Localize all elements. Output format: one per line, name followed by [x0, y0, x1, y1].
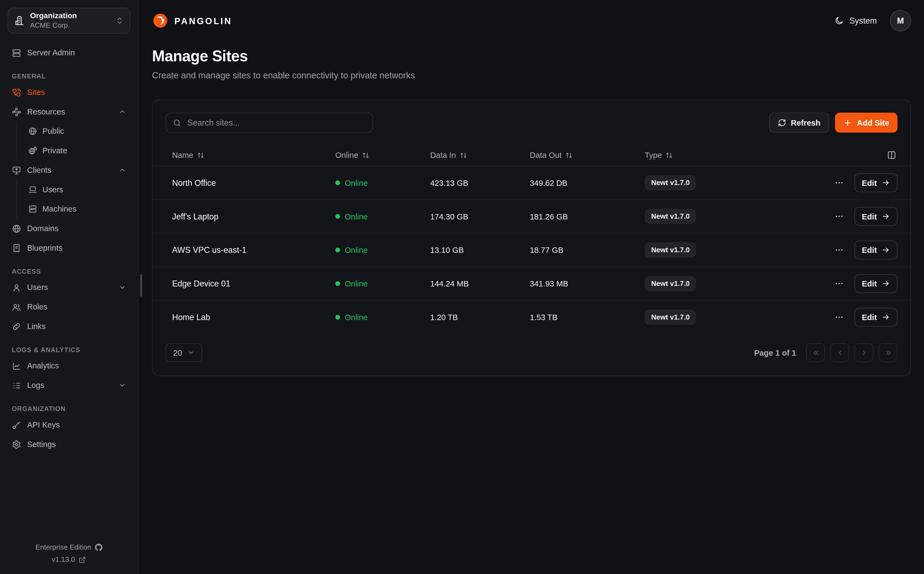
sidebar-item-logs[interactable]: Logs: [8, 376, 130, 395]
sidebar-item-domains[interactable]: Domains: [8, 219, 130, 238]
key-icon: [12, 420, 21, 430]
edit-button[interactable]: Edit: [854, 207, 897, 226]
sidebar-item-resources[interactable]: Resources: [8, 102, 130, 121]
laptop-icon: [28, 185, 37, 194]
search-input[interactable]: [186, 117, 366, 128]
row-menu-button[interactable]: [833, 311, 845, 323]
sidebar-item-users[interactable]: Users: [8, 278, 130, 297]
site-data-in: 144.24 MB: [430, 279, 530, 288]
row-menu-button[interactable]: [833, 278, 845, 289]
column-visibility-button[interactable]: [886, 149, 897, 161]
site-type: Newt v1.7.0: [645, 309, 809, 325]
sidebar-item-api-keys[interactable]: API Keys: [8, 415, 130, 435]
sidebar-item-server-admin[interactable]: Server Admin: [8, 43, 130, 63]
version-label: v1.13.0: [52, 555, 75, 563]
status-label: Online: [344, 279, 368, 288]
sidebar-item-analytics[interactable]: Analytics: [8, 356, 130, 376]
edit-button[interactable]: Edit: [854, 241, 897, 260]
edit-button[interactable]: Edit: [854, 308, 897, 327]
sidebar-item-public[interactable]: Public: [24, 121, 130, 141]
sidebar: Organization ACME Corp. Server Admin GEN…: [0, 0, 138, 574]
external-link-icon[interactable]: [79, 556, 86, 563]
sidebar-item-label: Resources: [27, 107, 65, 117]
row-menu-button[interactable]: [833, 177, 845, 189]
theme-toggle-button[interactable]: System: [834, 16, 877, 25]
online-dot-icon: [335, 248, 340, 252]
site-status: Online: [335, 212, 430, 221]
sidebar-item-client-users[interactable]: Users: [24, 180, 130, 199]
site-name: Jeff's Laptop: [172, 211, 335, 221]
column-header-name[interactable]: Name: [172, 151, 335, 159]
prev-page-button[interactable]: [830, 343, 849, 362]
site-data-out: 341.93 MB: [530, 279, 645, 288]
section-label-general: GENERAL: [12, 73, 126, 79]
pagination-buttons: [806, 343, 897, 362]
link-icon: [12, 322, 21, 331]
site-name: North Office: [172, 178, 335, 188]
add-site-button[interactable]: Add Site: [835, 113, 897, 132]
site-status: Online: [335, 279, 430, 288]
avatar[interactable]: M: [890, 10, 911, 31]
org-switcher-value: ACME Corp.: [30, 21, 77, 30]
type-badge: Newt v1.7.0: [645, 242, 696, 258]
edit-button[interactable]: Edit: [854, 173, 897, 192]
github-icon[interactable]: [95, 543, 102, 551]
page-header: Manage Sites Create and manage sites to …: [138, 41, 924, 80]
building-icon: [14, 16, 25, 26]
row-menu-button[interactable]: [833, 210, 845, 222]
site-data-in: 423.13 GB: [430, 178, 530, 187]
brand-name: PANGOLIN: [174, 16, 232, 26]
search-box: [166, 113, 373, 132]
sidebar-item-clients[interactable]: Clients: [8, 160, 130, 180]
chart-line-icon: [12, 361, 21, 371]
row-menu-button[interactable]: [833, 244, 845, 256]
site-data-out: 181.26 GB: [530, 212, 645, 221]
column-label: Type: [645, 151, 662, 159]
sidebar-item-label: Roles: [27, 303, 47, 311]
column-header-type[interactable]: Type: [645, 151, 809, 159]
ellipsis-icon: [834, 279, 844, 289]
chevron-down-icon: [118, 284, 126, 291]
edition-label: Enterprise Edition: [36, 543, 91, 551]
section-label-logs-analytics: LOGS & ANALYTICS: [12, 346, 126, 353]
edit-button[interactable]: Edit: [854, 274, 897, 293]
sidebar-item-roles[interactable]: Roles: [8, 297, 130, 317]
brand-logo: PANGOLIN: [152, 13, 233, 29]
sidebar-item-settings[interactable]: Settings: [8, 435, 130, 454]
sidebar-item-label: Users: [27, 283, 48, 292]
ellipsis-icon: [834, 211, 844, 221]
edit-label: Edit: [862, 212, 877, 221]
column-header-data-in[interactable]: Data In: [430, 151, 530, 159]
sidebar-item-private[interactable]: Private: [24, 141, 130, 160]
org-switcher[interactable]: Organization ACME Corp.: [8, 8, 130, 34]
column-label: Data In: [430, 151, 456, 159]
next-page-button[interactable]: [855, 343, 874, 362]
sidebar-item-label: Sites: [27, 88, 45, 97]
globe-icon: [28, 127, 37, 136]
refresh-button[interactable]: Refresh: [769, 113, 829, 132]
sidebar-scrollbar[interactable]: [140, 274, 142, 297]
online-dot-icon: [335, 315, 340, 320]
waypoints-icon: [12, 107, 21, 117]
resources-subgroup: Public Private: [17, 121, 130, 160]
column-header-online[interactable]: Online: [335, 151, 430, 159]
users-icon: [12, 302, 21, 312]
column-header-data-out[interactable]: Data Out: [530, 151, 645, 159]
arrow-right-icon: [882, 179, 890, 187]
table-toolbar: Refresh Add Site: [152, 100, 910, 144]
sidebar-item-sites[interactable]: Sites: [8, 82, 130, 102]
sort-icon: [362, 151, 369, 159]
topbar: PANGOLIN System M: [138, 0, 924, 41]
last-page-button[interactable]: [879, 343, 898, 362]
table-row: Jeff's Laptop Online 174.30 GB 181.26 GB…: [152, 199, 910, 233]
sidebar-nav: Server Admin GENERAL Sites Resources Pub…: [0, 43, 138, 454]
gear-icon: [12, 440, 21, 449]
pagination: 20 Page 1 of 1: [152, 334, 910, 375]
sidebar-item-machines[interactable]: Machines: [24, 199, 130, 219]
sidebar-item-blueprints[interactable]: Blueprints: [8, 238, 130, 258]
first-page-button[interactable]: [806, 343, 825, 362]
sidebar-item-label: API Keys: [27, 421, 60, 429]
sidebar-item-links[interactable]: Links: [8, 317, 130, 336]
table-row: AWS VPC us-east-1 Online 13.10 GB 18.77 …: [152, 233, 910, 266]
page-size-select[interactable]: 20: [166, 343, 202, 362]
